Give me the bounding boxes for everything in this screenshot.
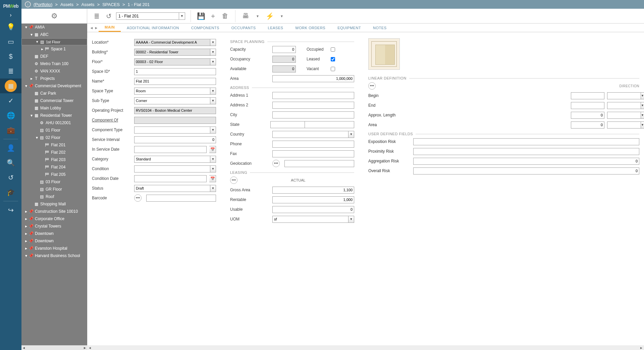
tb-list-icon[interactable]: ≣	[92, 12, 101, 20]
leasing-more-icon[interactable]: •••	[230, 177, 237, 184]
building-field[interactable]	[134, 49, 210, 56]
tree-node[interactable]: ▾▦ABC	[21, 31, 87, 38]
spacetype-dd-icon[interactable]: ▼	[210, 88, 216, 95]
tree-node[interactable]: ▾📌AMIA	[21, 23, 87, 31]
ovrisk-field[interactable]	[413, 167, 639, 174]
name-field[interactable]	[134, 78, 216, 85]
tree-node[interactable]: ▦Commercial Tower	[21, 97, 87, 104]
country-dd-icon[interactable]: ▼	[348, 131, 354, 138]
crumb-assets2[interactable]: Assets	[82, 2, 95, 7]
rail-learn-icon[interactable]: 🎓	[0, 185, 21, 200]
begin-dir-dd-icon[interactable]: ▼	[641, 92, 644, 99]
conddate-cal-icon[interactable]: 📅	[209, 175, 216, 182]
rail-user-icon[interactable]: 👤	[0, 141, 21, 155]
info-icon[interactable]: i	[25, 1, 31, 7]
crumb-spaces[interactable]: SPACES	[102, 2, 120, 7]
tree-settings-icon[interactable]: ⚙	[51, 12, 58, 20]
spaceid-field[interactable]	[134, 68, 216, 75]
tree-node[interactable]: ⚙AHU 0012001	[21, 119, 87, 127]
tab-prev-icon[interactable]: ◄	[89, 23, 94, 32]
rail-assets-icon[interactable]: ▦	[0, 79, 21, 93]
tree-node[interactable]: ⛿Flat 201	[21, 141, 87, 149]
linear-more-icon[interactable]: •••	[368, 82, 376, 90]
tree-node[interactable]: ▸📌Evanston Hospital	[21, 245, 87, 252]
tree-node[interactable]: ▤Roof	[21, 193, 87, 200]
crumb-assets1[interactable]: Assets	[60, 2, 73, 7]
tree-node[interactable]: ▦Main Lobby	[21, 104, 87, 112]
rail-logout-icon[interactable]: ↪	[0, 203, 21, 217]
tree-node[interactable]: ▤01 Floor	[21, 127, 87, 134]
geo-field[interactable]	[284, 160, 354, 167]
tree-node[interactable]: ▾📌Commercial Development	[21, 82, 87, 90]
area-field[interactable]	[272, 75, 354, 82]
rail-history-icon[interactable]: ↺	[0, 170, 21, 185]
approx-unit-dd-icon[interactable]: ▼	[641, 112, 644, 119]
uom-field[interactable]	[272, 216, 348, 223]
content-hscroll[interactable]: ◄►	[87, 345, 644, 350]
capacity-field[interactable]	[272, 46, 296, 53]
rail-search-icon[interactable]: 🔍	[0, 155, 21, 170]
end-dir-dd-icon[interactable]: ▼	[641, 102, 644, 109]
rail-doc-icon[interactable]: ▭	[0, 34, 21, 49]
tab-equipment[interactable]: EQUIPMENT	[331, 23, 367, 32]
aggrisk-field[interactable]	[413, 158, 639, 165]
status-field[interactable]	[134, 185, 210, 192]
leased-check[interactable]	[331, 57, 335, 61]
tb-action-dd-icon[interactable]: ▾	[277, 14, 286, 18]
city-field[interactable]	[272, 111, 354, 118]
tab-addl-info[interactable]: ADDITIONAL INFORMATION	[121, 23, 185, 32]
record-input[interactable]	[116, 14, 179, 18]
rail-check-icon[interactable]: ✓	[0, 93, 21, 108]
end-dir-field[interactable]	[607, 102, 641, 109]
rail-briefcase-icon[interactable]: 💼	[0, 123, 21, 138]
subtype-field[interactable]	[134, 97, 210, 104]
status-dd-icon[interactable]: ▼	[210, 185, 216, 192]
insvc-cal-icon[interactable]: 📅	[209, 146, 216, 153]
rail-globe-icon[interactable]: 🌐	[0, 108, 21, 123]
tree-node[interactable]: ▦Car Park	[21, 90, 87, 97]
tree-node[interactable]: ▸📌Crystal Towers	[21, 222, 87, 230]
tab-components[interactable]: COMPONENTS	[185, 23, 225, 32]
rail-money-icon[interactable]: $	[0, 49, 21, 64]
insvc-field[interactable]	[134, 146, 207, 153]
lbl-componentof[interactable]: Component Of	[92, 118, 131, 122]
condition-field[interactable]	[134, 165, 210, 172]
tree-node[interactable]: ▾📌Harvard Business School	[21, 252, 87, 259]
record-selector[interactable]: ▼	[116, 12, 185, 20]
tree-node[interactable]: ▸📌Downtown	[21, 230, 87, 237]
tree-node[interactable]: ▾▤02 Floor	[21, 134, 87, 141]
tb-save-icon[interactable]: 💾	[196, 12, 206, 20]
tb-print-icon[interactable]: 🖶	[241, 12, 250, 20]
tab-next-icon[interactable]: ►	[94, 23, 99, 32]
tree-node[interactable]: ▤03 Floor	[21, 178, 87, 186]
larea-unit-dd-icon[interactable]: ▼	[641, 121, 644, 129]
crumb-root[interactable]: (Portfolio)	[34, 2, 52, 7]
gross-field[interactable]	[272, 187, 354, 194]
tree-node[interactable]: ▸📌Corporate Office	[21, 215, 87, 222]
tree-node[interactable]: ▦Shopping Mall	[21, 200, 87, 208]
larea-field[interactable]	[571, 121, 604, 129]
tab-main[interactable]: MAIN	[99, 23, 121, 32]
tree-node[interactable]: ▤GR Floor	[21, 186, 87, 193]
tb-action-icon[interactable]: ⚡	[265, 12, 274, 20]
tab-work-orders[interactable]: WORK ORDERS	[289, 23, 331, 32]
location-dd-icon[interactable]: ▼	[210, 39, 216, 46]
tb-delete-icon[interactable]: 🗑	[220, 12, 230, 20]
building-dd-icon[interactable]: ▼	[210, 49, 216, 56]
tree-node[interactable]: ▾▦Residential Tower	[21, 112, 87, 119]
tree-node[interactable]: ▸TProjects	[21, 75, 87, 82]
vacant-check[interactable]	[331, 67, 335, 71]
rail-expand-icon[interactable]: ›	[8, 11, 13, 19]
category-field[interactable]	[134, 156, 210, 163]
subtype-dd-icon[interactable]: ▼	[210, 97, 216, 104]
tree-node[interactable]: ▾▤1st Floor	[21, 38, 87, 45]
spacetype-field[interactable]	[134, 88, 210, 95]
tb-history-icon[interactable]: ↺	[104, 12, 113, 20]
tb-print-dd-icon[interactable]: ▾	[253, 14, 262, 18]
tree-node[interactable]: ⛿Flat 205	[21, 171, 87, 178]
addr2-field[interactable]	[272, 102, 354, 109]
tab-notes[interactable]: NOTES	[367, 23, 392, 32]
uom-dd-icon[interactable]: ▼	[348, 216, 354, 223]
occupied-check[interactable]	[331, 47, 335, 52]
tree-node[interactable]: ⛿Flat 203	[21, 156, 87, 163]
